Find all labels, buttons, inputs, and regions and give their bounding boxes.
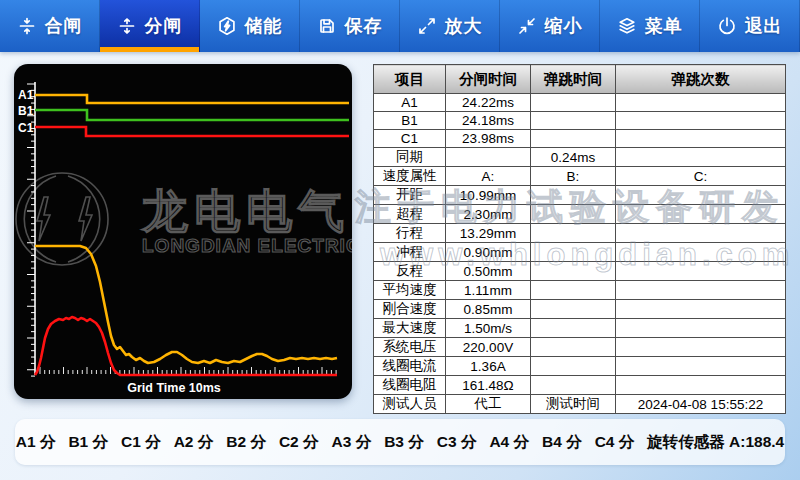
phase-indicator: B1 分 <box>68 432 108 453</box>
phase-indicator: A4 分 <box>489 432 529 453</box>
table-cell: 0.24ms <box>531 148 616 167</box>
phase-indicator: B3 分 <box>384 432 424 453</box>
table-cell: 2024-04-08 15:55:22 <box>616 395 786 414</box>
phase-indicator: C2 分 <box>279 432 319 453</box>
phase-indicator: C1 分 <box>121 432 161 453</box>
table-cell: 0.85mm <box>446 300 531 319</box>
table-cell: 反程 <box>374 262 446 281</box>
longdian-logo-watermark <box>16 173 108 265</box>
table-cell <box>616 281 786 300</box>
save-icon <box>317 16 337 36</box>
table-cell: B: <box>531 167 616 186</box>
instrument-screen: 合闸 分闸 储能 保存 放大 <box>0 0 800 480</box>
tab-label: 分闸 <box>145 14 183 38</box>
header-bounce-count: 弹跳次数 <box>616 65 786 94</box>
table-cell <box>616 300 786 319</box>
table-cell: 系统电压 <box>374 338 446 357</box>
table-cell <box>531 376 616 395</box>
table-cell: 161.48Ω <box>446 376 531 395</box>
close-breaker-icon <box>17 16 37 36</box>
trace-c1-contact <box>35 127 349 136</box>
table-cell: 220.00V <box>446 338 531 357</box>
table-row: 同期0.24ms <box>374 148 786 167</box>
table-cell <box>531 186 616 205</box>
table-cell <box>531 130 616 148</box>
table-row: 开距10.99mm <box>374 186 786 205</box>
x-axis-ticks <box>40 367 336 374</box>
table-row: 冲程0.90mm <box>374 243 786 262</box>
table-cell <box>531 300 616 319</box>
table-row: B124.18ms <box>374 112 786 130</box>
table-cell: 0.50mm <box>446 262 531 281</box>
open-breaker-icon <box>117 16 137 36</box>
table-cell: 线圈电流 <box>374 357 446 376</box>
tab-save[interactable]: 保存 <box>300 0 400 52</box>
tab-label: 放大 <box>445 14 483 38</box>
table-cell <box>616 112 786 130</box>
table-cell: 平均速度 <box>374 281 446 300</box>
tab-label: 菜单 <box>645 14 683 38</box>
table-row: 行程13.29mm <box>374 224 786 243</box>
table-cell <box>616 186 786 205</box>
tab-menu[interactable]: 菜单 <box>600 0 700 52</box>
tab-close-breaker[interactable]: 合闸 <box>0 0 100 52</box>
navbar: 合闸 分闸 储能 保存 放大 <box>0 0 800 52</box>
table-cell: 1.36A <box>446 357 531 376</box>
table-cell: A1 <box>374 94 446 112</box>
phase-indicator: A2 分 <box>174 432 214 453</box>
trace-travel-curve <box>35 246 337 363</box>
table-cell: 最大速度 <box>374 319 446 338</box>
rotation-sensor-reading: 旋转传感器 A:188.4 <box>647 432 784 453</box>
energy-storage-icon <box>217 16 237 36</box>
table-cell <box>531 205 616 224</box>
table-cell: 线圈电阻 <box>374 376 446 395</box>
table-cell: 开距 <box>374 186 446 205</box>
table-cell <box>616 262 786 281</box>
tab-zoom-in[interactable]: 放大 <box>400 0 500 52</box>
tab-label: 合闸 <box>45 14 83 38</box>
tab-open-breaker[interactable]: 分闸 <box>100 0 200 52</box>
table-cell: 13.29mm <box>446 224 531 243</box>
table-cell: C1 <box>374 130 446 148</box>
trace-b1-contact <box>35 110 349 120</box>
header-item: 项目 <box>374 65 446 94</box>
table-cell <box>616 243 786 262</box>
table-cell: 0.90mm <box>446 243 531 262</box>
table-cell <box>616 338 786 357</box>
tab-energy-storage[interactable]: 储能 <box>200 0 300 52</box>
table-cell: 2.30mm <box>446 205 531 224</box>
header-bounce-time: 弹跳时间 <box>531 65 616 94</box>
table-row: 平均速度1.11mm <box>374 281 786 300</box>
table-row: A124.22ms <box>374 94 786 112</box>
table-cell <box>531 94 616 112</box>
table-cell <box>616 94 786 112</box>
table-cell: C: <box>616 167 786 186</box>
table-cell <box>616 224 786 243</box>
table-cell: 10.99mm <box>446 186 531 205</box>
table-cell: 速度属性 <box>374 167 446 186</box>
trace-coil-current <box>35 317 337 375</box>
table-row: 线圈电流1.36A <box>374 357 786 376</box>
table-cell: B1 <box>374 112 446 130</box>
tab-label: 缩小 <box>545 14 583 38</box>
tab-label: 保存 <box>345 14 383 38</box>
tab-label: 退出 <box>745 14 783 38</box>
table-cell <box>531 243 616 262</box>
phase-indicator: A3 分 <box>332 432 372 453</box>
waveform-chart: 龙电电气 LONGDIAN ELECTRIC A1 B1 C1 Grid Tim… <box>14 64 352 399</box>
table-cell: 同期 <box>374 148 446 167</box>
watermark-cn-text: 龙电电气 <box>141 185 350 237</box>
table-cell <box>616 130 786 148</box>
tab-zoom-out[interactable]: 缩小 <box>500 0 600 52</box>
phase-indicator: B2 分 <box>226 432 266 453</box>
table-cell <box>531 338 616 357</box>
table-cell <box>531 319 616 338</box>
table-cell <box>616 205 786 224</box>
table-cell <box>531 357 616 376</box>
table-row: 测试人员代工测试时间2024-04-08 15:55:22 <box>374 395 786 414</box>
table-cell: 1.50m/s <box>446 319 531 338</box>
tab-exit[interactable]: 退出 <box>700 0 800 52</box>
table-cell: 超程 <box>374 205 446 224</box>
table-cell: 24.22ms <box>446 94 531 112</box>
table-row: 最大速度1.50m/s <box>374 319 786 338</box>
